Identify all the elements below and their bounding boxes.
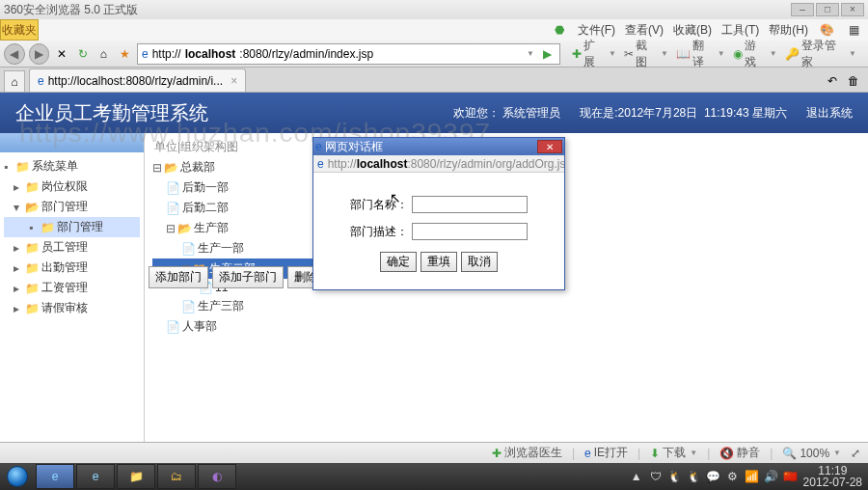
ie-icon: e: [317, 157, 324, 171]
tray-network-icon[interactable]: 📶: [746, 470, 759, 483]
dept-name-input[interactable]: [412, 196, 528, 213]
folder-icon: 📂: [177, 222, 192, 235]
tray-icon[interactable]: 🐧: [688, 470, 701, 483]
tray-ime-icon[interactable]: 🇨🇳: [784, 470, 798, 483]
translate-button[interactable]: 📖翻译▼: [676, 38, 725, 70]
extend-button[interactable]: ✚扩展▼: [572, 38, 616, 70]
org-node[interactable]: 📄后勤一部: [152, 177, 316, 198]
home-icon[interactable]: ⌂: [95, 45, 113, 63]
tray-icon[interactable]: ▲: [630, 470, 643, 483]
menu-help[interactable]: 帮助(H): [769, 22, 808, 39]
status-resize-icon[interactable]: ⤢: [851, 447, 860, 460]
window-maximize-button[interactable]: □: [816, 3, 839, 16]
add-subdept-button[interactable]: 添加子部门: [212, 266, 284, 288]
stop-icon[interactable]: ✕: [53, 45, 70, 63]
org-node[interactable]: 📄生产三部: [152, 296, 316, 316]
taskbar-app-explorer[interactable]: 📁: [117, 464, 155, 489]
menu-favorites[interactable]: 收藏(B): [673, 22, 712, 39]
shield-icon[interactable]: ⬣: [551, 21, 568, 39]
taskbar-app-eclipse[interactable]: ◐: [198, 464, 236, 489]
tab-home-button[interactable]: ⌂: [4, 70, 25, 92]
taskbar-app-folder[interactable]: 🗂: [157, 464, 196, 489]
doc-icon: 📄: [181, 300, 196, 313]
sidebar-item[interactable]: ▸📁岗位权限: [4, 177, 140, 197]
star-icon[interactable]: ★: [116, 45, 133, 63]
status-ie-open[interactable]: eIE打开: [584, 445, 628, 461]
tab-active[interactable]: e http://localhost:8080/rlzy/admin/i... …: [29, 68, 246, 92]
sidebar-item[interactable]: ▸📁工资管理: [4, 278, 140, 298]
sidebar-item-dept-mgmt[interactable]: ▪📁部门管理: [4, 217, 140, 237]
tray-icon[interactable]: ⚙: [726, 470, 740, 483]
reload-icon[interactable]: ↻: [74, 45, 92, 63]
favorites-button[interactable]: 收藏夹: [0, 19, 39, 41]
login-mgr-button[interactable]: 🔑登录管家▼: [785, 38, 856, 70]
dialog-close-button[interactable]: ✕: [537, 140, 562, 153]
status-download[interactable]: ⬇下载▼: [650, 445, 697, 461]
tab-bar: ⌂ e http://localhost:8080/rlzy/admin/i..…: [0, 68, 868, 93]
folder-icon: 📁: [25, 302, 40, 315]
doc-icon: 📄: [181, 242, 196, 256]
tray-icon[interactable]: 🛡: [649, 470, 663, 483]
welcome-text: 欢迎您： 系统管理员: [453, 105, 560, 122]
window-minimize-button[interactable]: –: [791, 3, 814, 16]
dept-desc-input[interactable]: [412, 223, 528, 240]
url-dropdown-icon[interactable]: ▼: [527, 49, 534, 58]
dialog-cancel-button[interactable]: 取消: [461, 252, 498, 272]
tab-close-button[interactable]: ×: [231, 74, 237, 88]
menu-overflow-icon[interactable]: ▦: [845, 21, 862, 39]
tray-icon[interactable]: 🐧: [668, 470, 682, 483]
org-root[interactable]: ⊟📂总裁部: [152, 157, 316, 177]
forward-button[interactable]: ▶: [29, 43, 50, 65]
start-button[interactable]: [0, 463, 35, 490]
taskbar-app-ie2[interactable]: e: [76, 464, 115, 489]
go-icon[interactable]: ▶: [538, 45, 556, 63]
org-node[interactable]: 📄后勤二部: [152, 198, 316, 218]
dialog-reset-button[interactable]: 重填: [420, 252, 457, 272]
sidebar-item[interactable]: ▸📁请假审核: [4, 298, 140, 318]
browser-title-text: 360安全浏览器 5.0 正式版: [4, 2, 791, 18]
window-close-button[interactable]: ×: [841, 3, 864, 16]
key-icon: 🔑: [785, 47, 800, 61]
skin-icon[interactable]: 🎨: [818, 21, 835, 39]
game-button[interactable]: ◉游戏▼: [733, 38, 777, 70]
datetime-text: 现在是:2012年7月28日 11:19:43 星期六: [580, 105, 787, 122]
status-mute[interactable]: 🔇静音: [719, 445, 760, 461]
status-zoom[interactable]: 🔍100%▼: [782, 447, 841, 460]
tray-icon[interactable]: 💬: [707, 470, 720, 483]
sidebar-item[interactable]: ▸📁员工管理: [4, 237, 140, 258]
menu-tools[interactable]: 工具(T): [721, 22, 759, 39]
windows-orb-icon: [7, 466, 28, 487]
menu-file[interactable]: 文件(F): [578, 22, 615, 39]
ie-icon: e: [584, 447, 591, 460]
sidebar-item[interactable]: ▾📂部门管理: [4, 197, 140, 217]
folder-icon: 📂: [25, 201, 40, 214]
taskbar-app-ie[interactable]: e: [36, 464, 74, 489]
screenshot-button[interactable]: ✂截图▼: [624, 38, 668, 70]
add-dept-button[interactable]: 添加部门: [149, 266, 208, 288]
undo-close-tab-icon[interactable]: ↶: [824, 72, 841, 90]
tray-clock[interactable]: 11:19 2012-07-28: [803, 465, 862, 488]
dialog-titlebar[interactable]: e网页对话框 ✕: [313, 138, 564, 155]
logout-link[interactable]: 退出系统: [806, 105, 853, 122]
back-button[interactable]: ◀: [4, 43, 25, 65]
status-bar: ✚浏览器医生| eIE打开| ⬇下载▼| 🔇静音| 🔍100%▼ ⤢: [0, 442, 868, 463]
sidebar-item[interactable]: ▸📁出勤管理: [4, 258, 140, 278]
dialog-ok-button[interactable]: 确定: [380, 252, 417, 272]
menu-view[interactable]: 查看(V): [625, 22, 664, 39]
doc-icon: 📄: [166, 181, 180, 195]
ie-icon: e: [315, 140, 322, 153]
tray-sound-icon[interactable]: 🔊: [765, 470, 778, 483]
org-panel: 单位|组织架构图 ⊟📂总裁部 📄后勤一部 📄后勤二部 ⊟📂生产部 📄生产一部 ⊟…: [152, 137, 316, 337]
system-tray: ▲ 🛡 🐧 🐧 💬 ⚙ 📶 🔊 🇨🇳 11:19 2012-07-28: [624, 465, 868, 488]
url-prefix: http://: [152, 47, 181, 61]
org-node[interactable]: 📄人事部: [152, 316, 316, 337]
address-bar[interactable]: e http://localhost:8080/rlzy/admin/index…: [137, 43, 560, 65]
trash-icon[interactable]: 🗑: [845, 72, 862, 90]
zoom-icon: 🔍: [782, 447, 797, 460]
org-node[interactable]: ⊟📂生产部: [152, 218, 316, 238]
org-node[interactable]: 📄生产一部: [152, 238, 316, 259]
sidebar-root[interactable]: ▪📁系统菜单: [4, 156, 140, 177]
status-doctor[interactable]: ✚浏览器医生: [492, 445, 562, 461]
address-input[interactable]: [377, 47, 522, 61]
folder-icon: 📂: [164, 161, 178, 175]
